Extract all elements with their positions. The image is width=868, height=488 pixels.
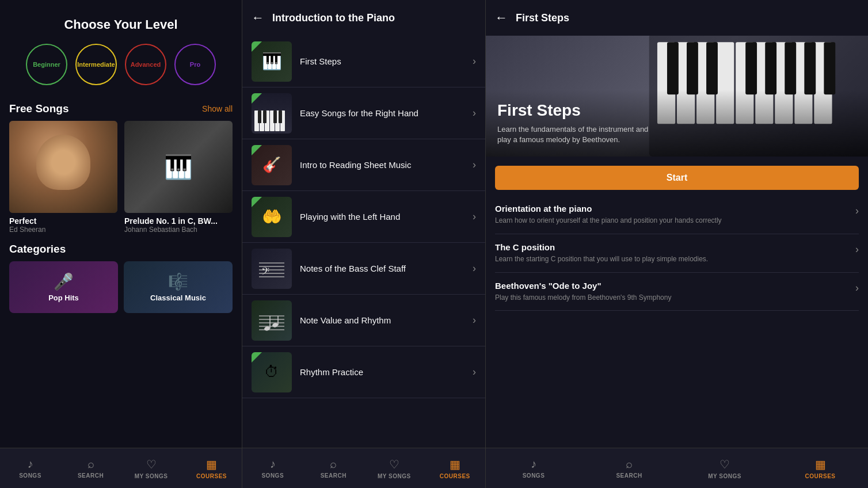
course-name-rhythm: Rhythm Practice: [300, 367, 465, 377]
courses-icon-p3: ▦: [815, 458, 826, 471]
nav-songs-p2[interactable]: ♪ SONGS: [242, 448, 303, 488]
bass-icon: 𝄢: [252, 249, 292, 289]
hero-overlay: First Steps Learn the fundamentals of th…: [486, 90, 868, 157]
mysongs-icon-p3: ♡: [719, 458, 730, 471]
chevron-icon-2: ›: [473, 107, 476, 119]
svg-rect-8: [273, 110, 277, 123]
back-button-p3[interactable]: ←: [495, 10, 508, 25]
course-name-bass-clef: Notes of the Bass Clef Staff: [300, 264, 465, 273]
free-songs-title: Free Songs: [9, 102, 68, 115]
show-all-button[interactable]: Show all: [202, 104, 233, 113]
course-item-first-steps[interactable]: 🎹 First Steps ›: [242, 36, 485, 87]
search-label-p1: SEARCH: [78, 472, 104, 479]
hero-title: First Steps: [497, 101, 856, 120]
songs-label-p3: SONGS: [523, 472, 545, 479]
intermediate-button[interactable]: Intermediate: [75, 44, 117, 85]
start-button[interactable]: Start: [495, 166, 859, 190]
pop-icon: 🎤: [54, 272, 74, 291]
hero-description: Learn the fundamentals of the instrument…: [497, 124, 658, 145]
nav-courses-p2[interactable]: ▦ COURSES: [425, 448, 486, 488]
levels-row: Beginner Intermediate Advanced Pro: [12, 44, 230, 85]
panel-first-steps: ← First Steps: [486, 0, 868, 488]
free-songs-section: Free Songs Show all Perfect Ed Sheeran 🎹…: [0, 97, 242, 237]
chevron-icon-1: ›: [473, 55, 476, 67]
courses-label-p1: COURSES: [196, 473, 227, 479]
course-name-easy-songs: Easy Songs for the Right Hand: [300, 108, 465, 118]
category-classical[interactable]: 🎼 Classical Music: [124, 261, 233, 313]
lesson-desc-orientation: Learn how to orient yourself at the pian…: [495, 216, 850, 226]
songs-row: Perfect Ed Sheeran 🎹 Prelude No. 1 in C,…: [9, 121, 233, 234]
course-item-easy-songs[interactable]: Easy Songs for the Right Hand ›: [242, 87, 485, 139]
lesson-item-orientation[interactable]: Orientation at the piano Learn how to or…: [495, 196, 859, 234]
chevron-icon-4: ›: [473, 211, 476, 223]
nav-search-p2[interactable]: ⌕ SEARCH: [303, 448, 364, 488]
lesson-title-orientation: Orientation at the piano: [495, 204, 850, 214]
nav-search-p1[interactable]: ⌕ SEARCH: [60, 448, 121, 488]
courses-label-p2: COURSES: [440, 473, 470, 479]
nav-courses-p3[interactable]: ▦ COURSES: [772, 448, 868, 488]
song-title-bach: Prelude No. 1 in C, BW...: [124, 216, 233, 226]
svg-text:𝄢: 𝄢: [261, 265, 269, 280]
classical-label: Classical Music: [150, 293, 206, 302]
pro-button[interactable]: Pro: [174, 44, 216, 85]
nav-mysongs-p3[interactable]: ♡ MY SONGS: [677, 448, 772, 488]
lesson-item-ode-to-joy[interactable]: Beethoven's "Ode to Joy" Play this famou…: [495, 273, 859, 311]
nav-search-p3[interactable]: ⌕ SEARCH: [581, 448, 677, 488]
lesson-title-c-position: The C position: [495, 242, 850, 252]
svg-rect-6: [258, 110, 261, 123]
course-name-first-steps: First Steps: [300, 56, 465, 66]
search-icon-p1: ⌕: [87, 458, 94, 471]
categories-section: Categories 🎤 Pop Hits 🎼 Classical Music: [0, 237, 242, 317]
course-thumb-left-hand: 🤲: [252, 197, 292, 237]
lesson-item-c-position[interactable]: The C position Learn the starting C posi…: [495, 234, 859, 273]
song-card-perfect[interactable]: Perfect Ed Sheeran: [9, 121, 117, 234]
courses-icon-p1: ▦: [206, 458, 217, 471]
back-button-p2[interactable]: ←: [252, 10, 264, 25]
nav-mysongs-p1[interactable]: ♡ MY SONGS: [121, 448, 181, 488]
nav-songs-p1[interactable]: ♪ SONGS: [0, 448, 60, 488]
lesson-desc-ode-to-joy: Play this famous melody from Beethoven's…: [495, 293, 850, 303]
lesson-info-c-position: The C position Learn the starting C posi…: [495, 242, 850, 264]
nav-mysongs-p2[interactable]: ♡ MY SONGS: [364, 448, 425, 488]
lesson-title-ode-to-joy: Beethoven's "Ode to Joy": [495, 281, 850, 291]
mysongs-icon-p2: ♡: [389, 458, 399, 471]
panel-choose-level: Choose Your Level Beginner Intermediate …: [0, 0, 242, 488]
level-header: Choose Your Level Beginner Intermediate …: [0, 0, 242, 97]
pop-label: Pop Hits: [48, 293, 79, 302]
panel1-bottom-nav: ♪ SONGS ⌕ SEARCH ♡ MY SONGS ▦ COURSES: [0, 448, 242, 488]
course-name-sheet-music: Intro to Reading Sheet Music: [300, 160, 465, 170]
course-name-left-hand: Playing with the Left Hand: [300, 212, 465, 222]
songs-icon-p2: ♪: [270, 458, 276, 471]
beginner-button[interactable]: Beginner: [26, 44, 67, 85]
nav-courses-p1[interactable]: ▦ COURSES: [181, 448, 242, 488]
note-icon: [252, 300, 292, 341]
course-thumb-rhythm: ⏱: [252, 352, 292, 392]
categories-row: 🎤 Pop Hits 🎼 Classical Music: [9, 261, 233, 313]
panel3-top-bar: ← First Steps: [486, 0, 868, 36]
nav-songs-p3[interactable]: ♪ SONGS: [486, 448, 581, 488]
panel2-title: Introduction to the Piano: [272, 12, 395, 24]
song-thumb-bach: 🎹: [124, 121, 233, 213]
category-pop-hits[interactable]: 🎤 Pop Hits: [9, 261, 118, 313]
panel3-title: First Steps: [516, 12, 569, 24]
svg-rect-9: [279, 110, 282, 123]
course-thumb-bass-clef: 𝄢: [252, 249, 292, 289]
song-card-bach[interactable]: 🎹 Prelude No. 1 in C, BW... Johann Sebas…: [124, 121, 233, 234]
course-item-sheet-music[interactable]: 🎸 Intro to Reading Sheet Music ›: [242, 139, 485, 191]
search-icon-p3: ⌕: [626, 458, 633, 471]
chevron-icon-5: ›: [473, 262, 476, 274]
course-item-rhythm[interactable]: ⏱ Rhythm Practice ›: [242, 346, 485, 398]
chevron-icon-6: ›: [473, 314, 476, 326]
courses-icon-p2: ▦: [450, 458, 460, 471]
courses-label-p3: COURSES: [805, 473, 836, 479]
course-item-bass-clef[interactable]: 𝄢 Notes of the Bass Clef Staff ›: [242, 243, 485, 295]
hero-image: First Steps Learn the fundamentals of th…: [486, 36, 868, 157]
songs-label-p2: SONGS: [261, 472, 284, 479]
lesson-chevron-1: ›: [855, 205, 859, 217]
course-item-left-hand[interactable]: 🤲 Playing with the Left Hand ›: [242, 191, 485, 243]
chevron-icon-3: ›: [473, 159, 476, 171]
course-item-note-value[interactable]: Note Value and Rhythm ›: [242, 295, 485, 346]
advanced-button[interactable]: Advanced: [125, 44, 166, 85]
svg-rect-36: [687, 42, 698, 94]
lesson-info-ode-to-joy: Beethoven's "Ode to Joy" Play this famou…: [495, 281, 850, 303]
